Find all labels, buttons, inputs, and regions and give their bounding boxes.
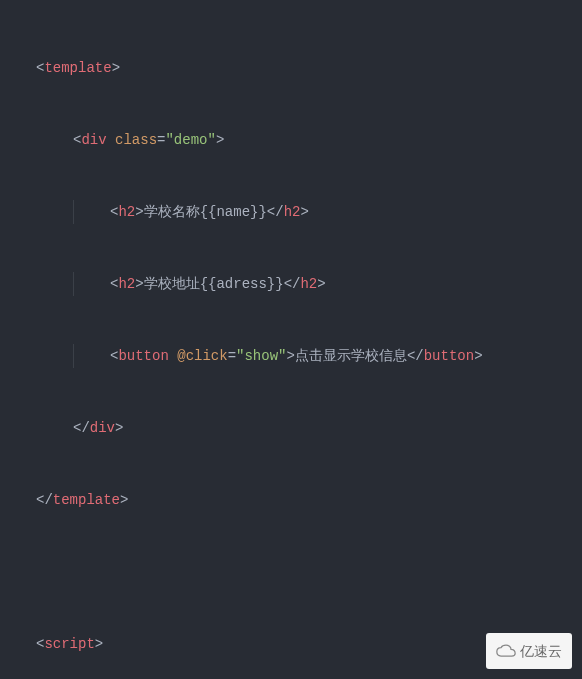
tag-div: div (90, 420, 115, 436)
tag-template: template (53, 492, 120, 508)
code-line-empty (36, 560, 582, 584)
bracket: > (300, 204, 308, 220)
line-number (0, 608, 12, 632)
bracket: </ (407, 348, 424, 364)
line-number (0, 176, 12, 200)
line-number (0, 272, 12, 296)
code-line: <template> (36, 56, 582, 80)
attr-value: "demo" (165, 132, 215, 148)
bracket: > (120, 492, 128, 508)
line-number (0, 512, 12, 536)
tag-button: button (424, 348, 474, 364)
line-number (0, 416, 12, 440)
bracket: > (135, 204, 143, 220)
code-line: <div class="demo"> (36, 128, 582, 152)
line-number-gutter (0, 0, 20, 679)
tag-h2: h2 (300, 276, 317, 292)
line-number (0, 584, 12, 608)
bracket: </ (73, 420, 90, 436)
line-number (0, 320, 12, 344)
line-number (0, 32, 12, 56)
line-number (0, 392, 12, 416)
cloud-icon (496, 644, 516, 658)
line-number (0, 224, 12, 248)
code-editor: <template> <div class="demo"> <h2>学校名称{{… (0, 0, 582, 679)
bracket: > (317, 276, 325, 292)
tag-button: button (118, 348, 168, 364)
line-number (0, 440, 12, 464)
bracket: > (216, 132, 224, 148)
bracket: > (286, 348, 294, 364)
text-content: 学校名称{{name}} (144, 204, 267, 220)
attr-class: class (115, 132, 157, 148)
line-number (0, 128, 12, 152)
text-content: 学校地址{{adress}} (144, 276, 284, 292)
tag-h2: h2 (118, 276, 135, 292)
tag-div: div (81, 132, 106, 148)
code-area[interactable]: <template> <div class="demo"> <h2>学校名称{{… (20, 0, 582, 679)
attr-click: @click (177, 348, 227, 364)
line-number (0, 632, 12, 656)
bracket: > (112, 60, 120, 76)
text-content: 点击显示学校信息 (295, 348, 407, 364)
bracket: > (95, 636, 103, 652)
bracket: > (135, 276, 143, 292)
line-number (0, 248, 12, 272)
bracket: </ (36, 492, 53, 508)
code-line: <button @click="show">点击显示学校信息</button> (36, 344, 582, 368)
code-line: </template> (36, 488, 582, 512)
bracket: </ (284, 276, 301, 292)
line-number (0, 56, 12, 80)
line-number (0, 488, 12, 512)
line-number (0, 368, 12, 392)
line-number (0, 200, 12, 224)
code-line: <h2>学校地址{{adress}}</h2> (36, 272, 582, 296)
line-number (0, 560, 12, 584)
line-number (0, 536, 12, 560)
tag-script: script (44, 636, 94, 652)
bracket: > (115, 420, 123, 436)
code-line: </div> (36, 416, 582, 440)
attr-value: "show" (236, 348, 286, 364)
line-number (0, 152, 12, 176)
line-number (0, 8, 12, 32)
tag-h2: h2 (284, 204, 301, 220)
line-number (0, 104, 12, 128)
watermark-text: 亿速云 (520, 639, 562, 663)
line-number (0, 296, 12, 320)
code-line: <h2>学校名称{{name}}</h2> (36, 200, 582, 224)
line-number (0, 80, 12, 104)
bracket: > (474, 348, 482, 364)
line-number (0, 464, 12, 488)
line-number (0, 344, 12, 368)
tag-template: template (44, 60, 111, 76)
tag-h2: h2 (118, 204, 135, 220)
watermark-badge: 亿速云 (486, 633, 572, 669)
bracket: </ (267, 204, 284, 220)
